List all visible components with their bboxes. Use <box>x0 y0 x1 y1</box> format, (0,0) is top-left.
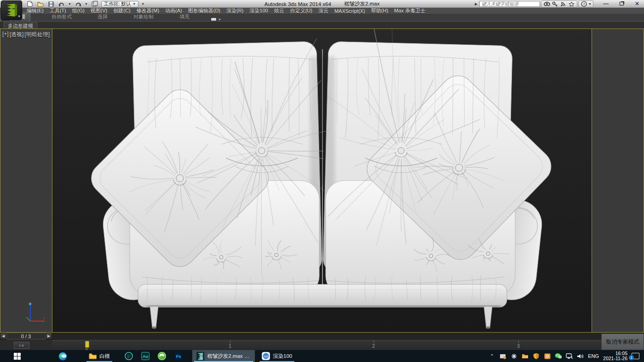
ribbon-tab-2[interactable]: 选择 <box>93 13 112 21</box>
start-button[interactable] <box>6 350 28 362</box>
favorites-button[interactable] <box>568 1 575 7</box>
menu-item-14[interactable]: 帮助(H) <box>371 7 388 14</box>
3dsmax-logo-icon <box>4 2 19 18</box>
render100-icon: 100 <box>262 352 270 360</box>
security-shield-icon[interactable] <box>533 353 540 360</box>
svg-text:100: 100 <box>264 355 269 358</box>
time-slider-handle[interactable] <box>85 341 89 348</box>
polygon-modeling-panel-tab[interactable]: 多边形建模 <box>4 22 37 29</box>
sofa-legs <box>150 306 492 329</box>
taskbar-iobit-button[interactable]: U <box>121 350 137 362</box>
svg-text:MAX: MAX <box>198 358 203 360</box>
sofa-base <box>138 284 507 310</box>
help-button[interactable]: ? <box>580 1 588 7</box>
svg-text:Ps: Ps <box>176 354 181 359</box>
taskbar-edge-button[interactable] <box>53 350 72 362</box>
restore-button[interactable] <box>617 0 626 7</box>
tray-expand-chevron-icon[interactable]: ⌃ <box>489 353 495 360</box>
uninstaller-u-icon: U <box>125 352 133 360</box>
network-icon[interactable] <box>566 353 573 360</box>
notification-center-icon[interactable]: 1 <box>632 353 639 359</box>
viewport-view-menu[interactable]: [透视] <box>10 31 24 39</box>
taskbar-render100-window[interactable]: 100 渲染100 <box>258 350 296 362</box>
minimize-button[interactable]: — <box>602 0 610 7</box>
viewport-label: [+] [透视] [明暗处理] <box>2 31 50 39</box>
viewport[interactable]: [+] [透视] [明暗处理] x <box>0 28 644 333</box>
window-controls: — ✕ <box>602 0 641 7</box>
app-menu-caret-icon: ▼ <box>17 15 21 18</box>
application-menu-button[interactable]: ▼ <box>1 0 22 20</box>
taskbar-photoshop-button[interactable]: Ps <box>170 350 187 362</box>
plugin-tray-icon[interactable] <box>511 353 518 360</box>
star-icon <box>569 1 575 7</box>
svg-text:U: U <box>127 354 131 359</box>
title-bar: ▼ ▼ 工作区: 默认 ▼ ▼ Autodesk 3ds Max <box>0 0 644 8</box>
menu-item-10[interactable]: 炫云 <box>274 7 284 14</box>
restore-icon <box>620 2 624 6</box>
taskbar-green-browser-button[interactable] <box>154 350 170 362</box>
svg-text:Au: Au <box>143 354 148 359</box>
taskbar-explorer-window[interactable]: 白模 <box>85 350 114 362</box>
ribbon-tab-3[interactable]: 对象绘制 <box>129 13 158 21</box>
notification-badge: 1 <box>629 355 634 360</box>
infocenter-collapse-arrow[interactable]: ▶ <box>474 1 478 7</box>
volume-icon[interactable] <box>577 353 584 360</box>
taskbar-window-label: 渲染100 <box>273 353 292 360</box>
timeline-tick <box>230 340 230 343</box>
viewport-menu-plus[interactable]: [+] <box>2 31 9 39</box>
wechat-icon[interactable] <box>555 353 562 360</box>
document-title: 褶皱沙发2.max <box>344 0 380 7</box>
tray-date: 2021-11-26 <box>603 356 627 361</box>
key-icon <box>552 1 558 7</box>
snipping-tool-icon[interactable] <box>500 353 506 360</box>
next-frame-button[interactable]: ▶ <box>46 333 52 339</box>
cancel-expert-mode-button[interactable]: 取消专家模式 <box>601 334 644 350</box>
taskbar-audition-button[interactable]: Au <box>137 350 154 362</box>
communication-center-button[interactable] <box>559 1 567 7</box>
ribbon-display-toggle[interactable]: ▼ <box>211 17 221 21</box>
help-question-icon: ? <box>581 1 587 7</box>
frame-counter[interactable]: 0 / 3 <box>6 333 46 339</box>
menu-item-8[interactable]: 渲染(R) <box>226 7 243 14</box>
timeline-tick-label: 3 <box>517 344 520 349</box>
windows-logo-icon <box>14 353 21 360</box>
timeline-tick <box>518 340 519 343</box>
app-title: Autodesk 3ds Max 2014 x64 <box>264 1 331 7</box>
infocenter: ▶ <box>474 0 593 7</box>
photoshop-ps-icon: Ps <box>174 352 183 360</box>
world-axis-gizmo: x <box>23 302 46 323</box>
screenshot-app-icon[interactable] <box>544 353 551 360</box>
ribbon-tab-4[interactable]: 填充 <box>175 13 194 21</box>
ribbon-state-icon <box>211 17 217 21</box>
menu-item-12[interactable]: 渲云 <box>318 7 328 14</box>
search-input[interactable] <box>479 1 540 7</box>
mini-curve-editor-button[interactable]: ≈≡ <box>14 342 29 349</box>
taskbar-window-label: 褶皱沙发2.max - A... <box>207 353 251 360</box>
previous-frame-button[interactable]: ◀ <box>0 333 6 339</box>
language-indicator[interactable]: ENG <box>588 353 599 359</box>
timeline-tick-label: 1 <box>229 344 231 349</box>
svg-text:?: ? <box>583 2 585 6</box>
close-button[interactable]: ✕ <box>633 0 641 7</box>
sofa-3d-model[interactable] <box>52 29 592 332</box>
clock[interactable]: 16:05 2021-11-26 <box>603 351 627 361</box>
time-track[interactable]: 123 0 <box>52 340 601 350</box>
sign-in-button[interactable] <box>551 1 559 7</box>
menu-item-9[interactable]: 渲染100 <box>249 7 268 14</box>
search-button[interactable] <box>543 1 551 7</box>
taskbar-window-label: 白模 <box>99 353 110 360</box>
menu-item-4[interactable]: 创建(C) <box>113 7 130 14</box>
menu-item-13[interactable]: MAXScript(X) <box>334 8 365 14</box>
help-dropdown-caret[interactable]: ▼ <box>588 2 592 6</box>
safe-frame <box>52 29 592 332</box>
folder-tray-icon[interactable] <box>522 353 529 360</box>
ribbon-panel-row: 多边形建模 <box>0 21 644 28</box>
viewport-shading-menu[interactable]: [明暗处理] <box>24 31 50 39</box>
folder-icon <box>89 353 97 359</box>
menu-item-15[interactable]: Max 杀毒卫士 <box>394 7 426 14</box>
svg-text:x: x <box>43 316 45 320</box>
system-tray: ⌃ <box>489 351 644 361</box>
ribbon-tab-1[interactable]: 自由形式 <box>47 13 76 21</box>
menu-item-11[interactable]: 自定义(U) <box>290 7 312 14</box>
taskbar-3dsmax-window[interactable]: MAX 褶皱沙发2.max - A... <box>192 350 255 362</box>
